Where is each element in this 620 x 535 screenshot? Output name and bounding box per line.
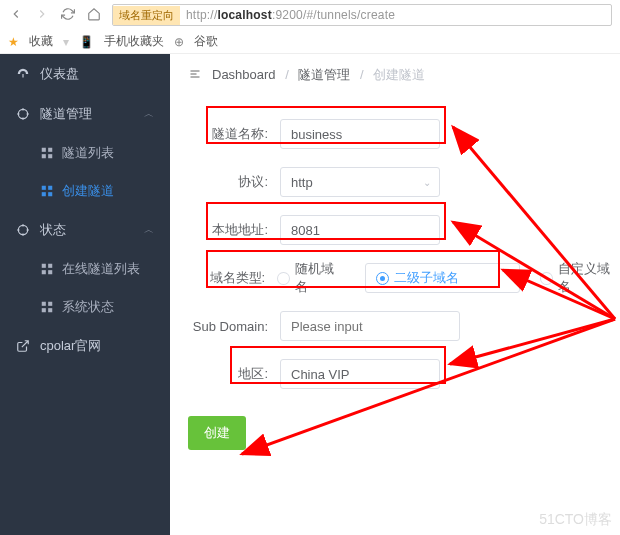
grid-icon (40, 262, 54, 276)
url: http://localhost:9200/#/tunnels/create (180, 8, 401, 22)
svg-point-0 (18, 109, 27, 118)
reload-icon[interactable] (60, 7, 76, 24)
grid-icon (40, 146, 54, 160)
star-icon: ★ (8, 35, 19, 49)
sidebar-item-status[interactable]: 状态 ︿ (0, 210, 170, 250)
main-panel: Dashboard / 隧道管理 / 创建隧道 隧道名称: 协议: http⌄ … (170, 54, 620, 535)
tunnel-name-label: 隧道名称: (170, 125, 280, 143)
sidebar-item-cpolar[interactable]: cpolar官网 (0, 326, 170, 366)
grid-icon (40, 184, 54, 198)
sidebar-item-tunnel-mgmt[interactable]: 隧道管理 ︿ (0, 94, 170, 134)
protocol-select[interactable]: http⌄ (280, 167, 440, 197)
redirect-badge: 域名重定向 (113, 6, 180, 25)
crumb-mgmt[interactable]: 隧道管理 (298, 67, 350, 82)
sidebar-item-tunnel-list[interactable]: 隧道列表 (0, 134, 170, 172)
back-icon[interactable] (8, 7, 24, 24)
bookmark-fav[interactable]: 收藏 (29, 33, 53, 50)
region-label: 地区: (170, 365, 280, 383)
radio-custom-domain[interactable]: 自定义域名 (540, 260, 620, 296)
bookmark-bar: ★ 收藏 ▾ 📱 手机收藏夹 ⊕ 谷歌 (0, 30, 620, 54)
chevron-down-icon: ⌄ (423, 177, 431, 188)
sidebar-label: 系统状态 (62, 298, 114, 316)
region-select[interactable]: China VIP (280, 359, 440, 389)
address-bar[interactable]: 域名重定向 http://localhost:9200/#/tunnels/cr… (112, 4, 612, 26)
svg-rect-10 (42, 264, 46, 268)
home-icon[interactable] (86, 7, 102, 24)
chevron-up-icon: ︿ (144, 107, 154, 121)
svg-rect-7 (42, 192, 46, 196)
sidebar: 仪表盘 隧道管理 ︿ 隧道列表 创建隧道 状态 ︿ 在线隧道列表 系统状态 (0, 54, 170, 535)
chevron-up-icon: ︿ (144, 223, 154, 237)
sidebar-label: 创建隧道 (62, 182, 114, 200)
sidebar-label: 在线隧道列表 (62, 260, 140, 278)
create-button[interactable]: 创建 (188, 416, 246, 450)
tunnel-name-input[interactable] (280, 119, 440, 149)
crumb-current: 创建隧道 (373, 67, 425, 82)
crosshair-icon (16, 107, 30, 121)
sidebar-item-create-tunnel[interactable]: 创建隧道 (0, 172, 170, 210)
local-addr-input[interactable] (280, 215, 440, 245)
globe-icon: ⊕ (174, 35, 184, 49)
sidebar-item-online-list[interactable]: 在线隧道列表 (0, 250, 170, 288)
sidebar-label: 仪表盘 (40, 65, 79, 83)
svg-rect-5 (42, 186, 46, 190)
svg-rect-1 (42, 148, 46, 152)
protocol-label: 协议: (170, 173, 280, 191)
form: 隧道名称: 协议: http⌄ 本地地址: 域名类型: 随机域名 二级子域名 自… (170, 96, 620, 450)
svg-rect-14 (42, 302, 46, 306)
bookmark-mobile[interactable]: 手机收藏夹 (104, 33, 164, 50)
svg-rect-8 (48, 192, 52, 196)
grid-icon (40, 300, 54, 314)
crosshair-icon (16, 223, 30, 237)
dashboard-icon (16, 67, 30, 81)
sidebar-item-sys-status[interactable]: 系统状态 (0, 288, 170, 326)
subdomain-label: Sub Domain: (170, 319, 280, 334)
sidebar-label: 隧道列表 (62, 144, 114, 162)
svg-rect-17 (48, 308, 52, 312)
sidebar-label: 状态 (40, 221, 66, 239)
svg-rect-11 (48, 264, 52, 268)
bookmark-google[interactable]: 谷歌 (194, 33, 218, 50)
svg-rect-13 (48, 270, 52, 274)
external-link-icon (16, 339, 30, 353)
svg-point-9 (18, 225, 27, 234)
svg-rect-3 (42, 154, 46, 158)
svg-rect-6 (48, 186, 52, 190)
svg-rect-16 (42, 308, 46, 312)
crumb-dashboard[interactable]: Dashboard (212, 67, 276, 82)
svg-rect-12 (42, 270, 46, 274)
svg-rect-2 (48, 148, 52, 152)
radio-sub-domain[interactable]: 二级子域名 (365, 263, 520, 293)
domain-type-label: 域名类型: (170, 269, 277, 287)
menu-toggle-icon[interactable] (188, 68, 202, 83)
breadcrumb: Dashboard / 隧道管理 / 创建隧道 (212, 66, 425, 84)
subdomain-input[interactable] (280, 311, 460, 341)
sidebar-label: 隧道管理 (40, 105, 92, 123)
local-addr-label: 本地地址: (170, 221, 280, 239)
radio-random-domain[interactable]: 随机域名 (277, 260, 344, 296)
sidebar-item-dashboard[interactable]: 仪表盘 (0, 54, 170, 94)
forward-icon[interactable] (34, 7, 50, 24)
phone-icon: 📱 (79, 35, 94, 49)
sidebar-label: cpolar官网 (40, 337, 101, 355)
svg-rect-15 (48, 302, 52, 306)
svg-rect-4 (48, 154, 52, 158)
